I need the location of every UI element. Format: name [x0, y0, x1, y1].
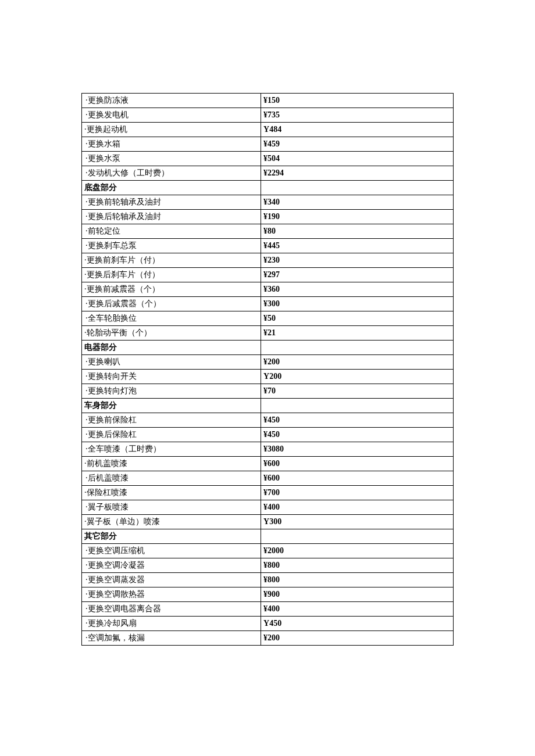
item-price: ¥735 — [261, 108, 454, 123]
item-label: ·翼子板喷漆 — [82, 500, 261, 515]
item-price: ¥445 — [261, 239, 454, 253]
item-price: ¥400 — [261, 500, 454, 515]
table-row: ·更换前轮轴承及油封¥340 — [82, 195, 454, 210]
item-label: ·更换后减震器（个） — [82, 297, 261, 311]
item-label: ·更换空调散热器 — [82, 587, 261, 602]
item-label: ·发动机大修（工时费） — [82, 166, 261, 181]
item-label: ·保险杠喷漆 — [82, 486, 261, 500]
item-label: ·更换防冻液 — [82, 94, 261, 108]
item-price: ¥360 — [261, 282, 454, 297]
item-price: Y300 — [261, 515, 454, 529]
item-price: ¥459 — [261, 137, 454, 152]
item-price: ¥600 — [261, 471, 454, 486]
table-row: ·更换空调蒸发器¥800 — [82, 573, 454, 587]
item-price: ¥50 — [261, 311, 454, 326]
table-row: ·更换空调散热器¥900 — [82, 587, 454, 602]
item-price: ¥2294 — [261, 166, 454, 181]
item-label: ·更换冷却风扇 — [82, 617, 261, 631]
item-price: ¥700 — [261, 486, 454, 500]
table-row: ·更换前刹车片（付）¥230 — [82, 253, 454, 268]
table-row: 其它部分 — [82, 529, 454, 544]
table-row: ·轮胎动平衡（个）¥21 — [82, 326, 454, 341]
table-row: ·更换防冻液¥150 — [82, 94, 454, 108]
item-price: ¥200 — [261, 355, 454, 370]
table-row: ·更换喇叭¥200 — [82, 355, 454, 370]
table-row: ·空调加氟，核漏¥200 — [82, 631, 454, 646]
item-price: ¥800 — [261, 573, 454, 587]
item-label: ·更换发电机 — [82, 108, 261, 123]
item-price: ¥450 — [261, 413, 454, 428]
item-label: ·更换前刹车片（付） — [82, 253, 261, 268]
table-row: ·更换空调冷凝器¥800 — [82, 558, 454, 573]
table-row: ·更换水箱¥459 — [82, 137, 454, 152]
table-row: ·全车喷漆（工时费）¥3080 — [82, 442, 454, 457]
item-price: ¥900 — [261, 587, 454, 602]
table-row: 车身部分 — [82, 399, 454, 413]
table-row: ·全车轮胎换位¥50 — [82, 311, 454, 326]
item-label: ·更换水箱 — [82, 137, 261, 152]
table-row: ·翼子板喷漆¥400 — [82, 500, 454, 515]
item-label: ·更换后保险杠 — [82, 428, 261, 442]
item-label: ·翼子板（单边）喷漆 — [82, 515, 261, 529]
item-label: ·更换前轮轴承及油封 — [82, 195, 261, 210]
item-label: ·前机盖喷漆 — [82, 457, 261, 471]
section-label: 其它部分 — [82, 529, 261, 544]
item-price: ¥2000 — [261, 544, 454, 558]
item-price: ¥230 — [261, 253, 454, 268]
item-label: ·空调加氟，核漏 — [82, 631, 261, 646]
item-label: ·更换空调冷凝器 — [82, 558, 261, 573]
item-label: ·全车喷漆（工时费） — [82, 442, 261, 457]
table-row: ·更换刹车总泵¥445 — [82, 239, 454, 253]
item-price: ¥450 — [261, 428, 454, 442]
item-price: Y200 — [261, 370, 454, 384]
table-row: ·更换后刹车片（付）¥297 — [82, 268, 454, 282]
item-label: ·更换空调蒸发器 — [82, 573, 261, 587]
table-row: ·保险杠喷漆¥700 — [82, 486, 454, 500]
item-label: ·更换前保险杠 — [82, 413, 261, 428]
section-price — [261, 341, 454, 355]
table-row: ·发动机大修（工时费）¥2294 — [82, 166, 454, 181]
item-price: Y484 — [261, 123, 454, 137]
item-label: ·更换转向灯泡 — [82, 384, 261, 399]
price-table: ·更换防冻液¥150·更换发电机¥735·更换起动机Y484·更换水箱¥459·… — [81, 93, 454, 646]
table-row: ·更换后保险杠¥450 — [82, 428, 454, 442]
item-price: ¥600 — [261, 457, 454, 471]
item-price: ¥3080 — [261, 442, 454, 457]
section-price — [261, 529, 454, 544]
table-row: ·更换空调压缩机¥2000 — [82, 544, 454, 558]
item-price: ¥504 — [261, 152, 454, 166]
table-row: 底盘部分 — [82, 181, 454, 195]
table-row: ·翼子板（单边）喷漆Y300 — [82, 515, 454, 529]
section-price — [261, 399, 454, 413]
item-label: ·更换转向开关 — [82, 370, 261, 384]
table-row: ·更换起动机Y484 — [82, 123, 454, 137]
table-row: ·更换空调电器离合器¥400 — [82, 602, 454, 617]
section-label: 电器部分 — [82, 341, 261, 355]
item-label: ·更换空调压缩机 — [82, 544, 261, 558]
table-row: ·更换后轮轴承及油封¥190 — [82, 210, 454, 224]
section-label: 底盘部分 — [82, 181, 261, 195]
item-price: ¥800 — [261, 558, 454, 573]
item-price: ¥200 — [261, 631, 454, 646]
table-row: ·更换冷却风扇Y450 — [82, 617, 454, 631]
section-label: 车身部分 — [82, 399, 261, 413]
item-label: ·更换后刹车片（付） — [82, 268, 261, 282]
item-label: ·更换后轮轴承及油封 — [82, 210, 261, 224]
item-label: ·轮胎动平衡（个） — [82, 326, 261, 341]
table-row: ·前机盖喷漆¥600 — [82, 457, 454, 471]
item-price: ¥70 — [261, 384, 454, 399]
table-row: ·更换后减震器（个）¥300 — [82, 297, 454, 311]
item-price: ¥340 — [261, 195, 454, 210]
item-price: ¥21 — [261, 326, 454, 341]
item-price: ¥150 — [261, 94, 454, 108]
table-row: ·更换前减震器（个）¥360 — [82, 282, 454, 297]
table-row: ·更换转向灯泡¥70 — [82, 384, 454, 399]
item-label: ·后机盖喷漆 — [82, 471, 261, 486]
item-price: ¥297 — [261, 268, 454, 282]
table-row: ·更换发电机¥735 — [82, 108, 454, 123]
price-table-body: ·更换防冻液¥150·更换发电机¥735·更换起动机Y484·更换水箱¥459·… — [82, 94, 454, 646]
table-row: ·后机盖喷漆¥600 — [82, 471, 454, 486]
document-page: ·更换防冻液¥150·更换发电机¥735·更换起动机Y484·更换水箱¥459·… — [0, 0, 535, 646]
item-price: Y450 — [261, 617, 454, 631]
item-label: ·前轮定位 — [82, 224, 261, 239]
